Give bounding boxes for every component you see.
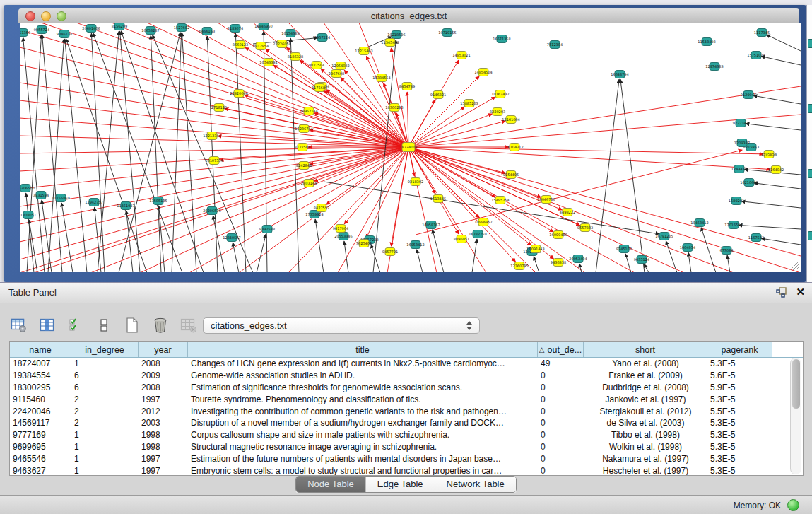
table-settings-button[interactable] [10,316,28,334]
window-titlebar[interactable]: citations_edges.txt [18,8,799,23]
graph-node[interactable]: 2803144 [301,180,317,187]
graph-node[interactable]: 10154383 [281,30,299,37]
graph-node[interactable]: 1164042 [768,166,784,174]
graph-node[interactable]: 15751074 [747,52,765,59]
table-row[interactable]: 969969511998Structural magnetic resonanc… [10,441,803,453]
graph-node[interactable]: 9318302 [408,178,423,186]
table-row[interactable]: 946362711997Embryonic stem cells: a mode… [10,465,803,476]
graph-node[interactable]: 22226058 [273,40,290,48]
graph-node[interactable]: 12974383 [705,63,723,71]
graph-node[interactable]: 19384554 [372,74,390,82]
graph-node[interactable]: 9635124 [634,256,649,264]
graph-node[interactable]: 18300295 [385,104,403,112]
graph-node[interactable]: 8660123 [233,41,248,49]
graph-node[interactable]: 8156299 [112,23,127,30]
graph-node[interactable]: 1589291 [729,197,744,205]
graph-node[interactable]: 16791205 [655,233,673,240]
table-row[interactable]: 911546021997Tourette syndrome. Phenomeno… [10,393,803,405]
graph-node[interactable]: 20953404 [569,255,587,263]
graph-node[interactable]: 22420046 [230,90,247,98]
tab-network-table[interactable]: Network Table [435,477,516,492]
graph-node[interactable]: 10653287 [141,27,159,35]
graph-node[interactable]: 13505135 [149,197,167,205]
graph-node[interactable]: 16846950 [254,23,272,30]
graph-node[interactable]: 8183074 [228,25,243,33]
graph-node[interactable]: 6466163 [199,28,215,35]
table-row[interactable]: 1872400712008Changes of HCN gene express… [10,358,803,370]
table-columns-button[interactable] [38,316,57,334]
graph-node[interactable]: 3931594 [33,192,49,199]
graph-node[interactable]: 8220203 [490,108,505,116]
column-header-in_degree[interactable]: in_degree [71,342,139,357]
table-row[interactable]: 946554611997Estimation of the future num… [10,452,803,465]
graph-node[interactable]: 9245102 [616,245,632,253]
column-header-name[interactable]: name [10,342,71,357]
table-row[interactable]: 1938455462009Genome-wide association stu… [10,370,803,382]
graph-node[interactable]: 15236744 [295,125,312,133]
scrollbar-thumb[interactable] [792,359,800,409]
graph-node[interactable]: 9417004 [333,225,348,233]
new-document-button[interactable] [123,316,141,334]
table-row[interactable]: 977716911998Corpus callosum shape and si… [10,429,803,441]
table-row[interactable]: 1830029562008Estimation of significance … [10,382,803,394]
graph-node[interactable]: 18724007 [399,143,417,152]
graph-node[interactable]: 16107554 [205,157,223,165]
graph-node[interactable]: 2967608 [329,70,344,78]
graph-node[interactable]: 1595854 [761,151,777,158]
column-header-year[interactable]: year [139,342,188,357]
graph-node[interactable]: 9227343 [733,119,748,127]
graph-node[interactable]: 2718120 [211,104,227,112]
graph-node[interactable]: 10543392 [259,59,277,66]
graph-node[interactable]: 11156869 [52,194,69,202]
column-header-pagerank[interactable]: pagerank [707,342,772,357]
graph-node[interactable]: 15495754 [491,197,509,204]
table-selector-dropdown[interactable]: citations_edges.txt [203,317,480,334]
graph-node[interactable]: 2051359 [20,29,30,37]
graph-node[interactable]: 20553346 [334,233,352,240]
graph-node[interactable]: 1527602 [174,24,189,32]
graph-node[interactable]: 17016504 [724,221,742,229]
graph-node[interactable]: 16648794 [611,71,628,78]
graph-node[interactable]: 1167533 [748,234,764,242]
graph-node[interactable]: 7512304 [547,41,563,49]
graph-node[interactable]: 14853021 [452,52,470,59]
network-graph[interactable]: 2051359905572490461382069140681562991065… [20,23,801,272]
table-row[interactable]: 1456911722003Disruption of a novel membe… [10,417,803,429]
graph-node[interactable]: 8127504 [295,144,310,151]
graph-node[interactable]: 4498222 [560,209,575,216]
graph-node[interactable]: 8912954 [253,42,269,50]
graph-node[interactable]: 9129946 [741,91,756,99]
graph-node[interactable]: 16958167 [422,221,440,229]
graph-node[interactable]: 12161064 [502,116,519,124]
close-panel-icon[interactable]: ✕ [796,286,805,298]
graph-node[interactable]: 16782759 [469,230,486,238]
graph-node[interactable]: 9146821 [430,91,446,99]
graph-node[interactable]: 9457791 [382,248,398,256]
graph-node[interactable]: 9055724 [34,26,49,34]
graph-node[interactable]: 8454749 [399,83,415,90]
table-row[interactable]: 2242004622012Investigating the contribut… [10,405,803,417]
graph-node[interactable]: 7625402 [356,240,372,247]
graph-node[interactable]: 9397588 [259,226,275,233]
delete-trash-button[interactable] [151,316,170,334]
graph-node[interactable]: 12215463 [355,47,372,55]
graph-node[interactable]: 677084 [719,247,733,255]
graph-node[interactable]: 9436358 [551,259,566,267]
vertical-scrollbar[interactable] [790,358,801,474]
graph-node[interactable]: 1513445 [430,195,446,203]
graph-node[interactable]: 12213344 [203,132,220,140]
graph-node[interactable]: 16953412 [406,241,424,249]
graph-node[interactable]: 12954032 [331,62,349,70]
graph-node[interactable]: 15885203 [460,100,478,107]
graph-node[interactable]: 10996957 [474,218,492,226]
graph-node[interactable]: 12840557 [223,234,240,242]
graph-node[interactable]: 1604954 [680,244,695,252]
graph-node[interactable]: 16099489 [549,231,567,239]
graph-node[interactable]: 11545489 [381,39,399,47]
graph-node[interactable]: 10167437 [491,90,509,98]
network-canvas[interactable]: 2051359905572490461382069140681562991065… [20,23,801,272]
graph-node[interactable]: 20206576 [203,207,220,215]
graph-node[interactable]: 25206510 [20,185,35,192]
graph-node[interactable]: 1808051 [20,211,36,219]
graph-node[interactable]: 9242848 [296,162,312,170]
